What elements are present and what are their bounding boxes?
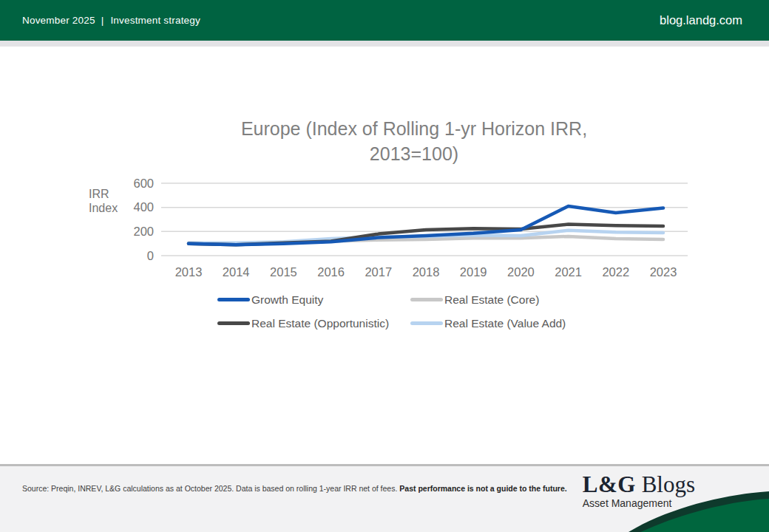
x-tick-label-2019: 2019	[460, 265, 487, 279]
y-tick-label-0: 0	[147, 249, 154, 262]
banner-left-text: November 2025 | Investment strategy	[22, 15, 200, 26]
x-tick-label-2022: 2022	[602, 265, 629, 279]
source-note: Source: Preqin, INREV, L&G calculations …	[22, 484, 577, 493]
legend-item-real-estate-opportunistic: Real Estate (Opportunistic)	[217, 316, 410, 331]
legend-label: Real Estate (Value Add)	[444, 317, 566, 330]
x-tick-label-2014: 2014	[223, 265, 250, 279]
y-tick-label-200: 200	[133, 225, 154, 238]
footer: Source: Preqin, INREV, L&G calculations …	[0, 466, 769, 532]
legend-label: Real Estate (Core)	[444, 293, 539, 307]
legend-label: Growth Equity	[251, 293, 323, 307]
x-tick-label-2021: 2021	[555, 265, 582, 279]
banner-category: Investment strategy	[110, 15, 200, 26]
page: November 2025 | Investment strategy blog…	[0, 0, 769, 532]
x-tick-label-2015: 2015	[270, 265, 297, 279]
site-url: blog.landg.com	[660, 13, 742, 27]
x-tick-label-2018: 2018	[413, 265, 440, 279]
chart-legend: Growth EquityReal Estate (Core)Real Esta…	[217, 292, 566, 331]
x-tick-label-2013: 2013	[175, 265, 203, 279]
legend-swatch	[410, 298, 443, 301]
chart-title: Europe (Index of Rolling 1-yr Horizon IR…	[133, 116, 695, 166]
line-chart: 0200400600201320142015201620172018201920…	[81, 176, 695, 283]
header-divider-strip	[0, 41, 769, 47]
x-tick-label-2023: 2023	[650, 265, 677, 279]
chart-title-line-2: 2013=100)	[133, 141, 695, 166]
legend-swatch	[410, 321, 443, 325]
y-tick-label-400: 400	[133, 200, 154, 214]
banner-separator: |	[101, 15, 104, 26]
legend-item-real-estate-core: Real Estate (Core)	[410, 292, 566, 307]
top-banner: November 2025 | Investment strategy blog…	[0, 0, 769, 41]
y-tick-label-600: 600	[133, 177, 154, 190]
legend-swatch	[217, 321, 250, 325]
legend-swatch	[217, 298, 250, 301]
x-tick-label-2016: 2016	[317, 265, 345, 279]
legend-item-real-estate-value-add: Real Estate (Value Add)	[410, 316, 566, 331]
legend-label: Real Estate (Opportunistic)	[251, 317, 389, 330]
x-tick-label-2017: 2017	[365, 265, 392, 279]
disclaimer-text: Past performance is not a guide to the f…	[399, 484, 566, 493]
banner-date: November 2025	[22, 15, 95, 26]
legend-item-growth-equity: Growth Equity	[217, 292, 410, 307]
corner-swoosh-graphic	[629, 462, 769, 532]
x-tick-label-2020: 2020	[507, 265, 535, 279]
source-text: Source: Preqin, INREV, L&G calculations …	[22, 484, 399, 493]
chart-title-line-1: Europe (Index of Rolling 1-yr Horizon IR…	[133, 116, 695, 141]
